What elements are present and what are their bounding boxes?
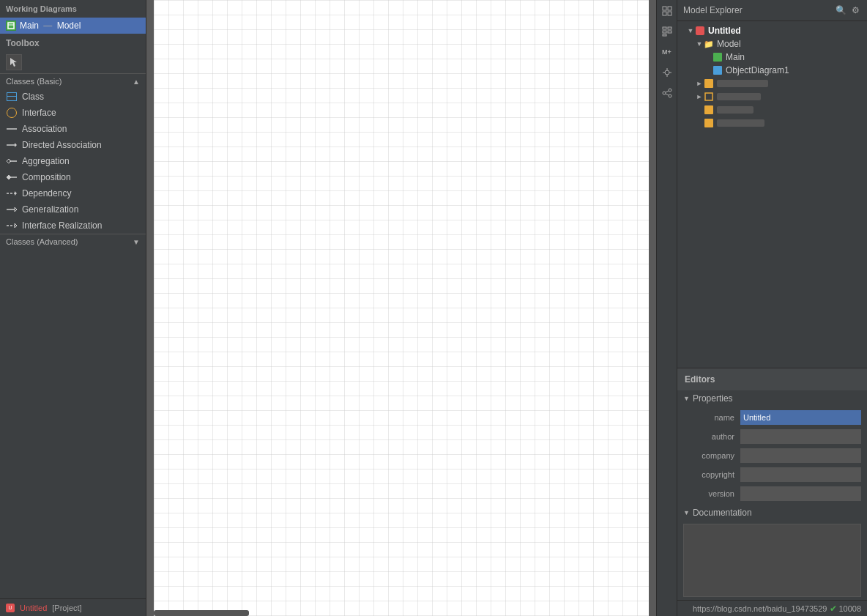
status-bar: https://blog.csdn.net/baidu_19473529 ✔ 1… bbox=[677, 600, 867, 616]
toolbox-item-composition[interactable]: Composition bbox=[0, 169, 146, 185]
tree-arrow-main bbox=[704, 53, 712, 62]
section-label: Classes (Basic) bbox=[6, 77, 62, 86]
share-icon[interactable] bbox=[659, 85, 675, 101]
svg-rect-35 bbox=[705, 93, 712, 100]
tree-item-untitled[interactable]: ▼ Untitled bbox=[677, 24, 867, 37]
blurred-label-4 bbox=[717, 119, 764, 127]
class-label: Class bbox=[22, 92, 44, 102]
blurred-label-3 bbox=[717, 106, 753, 114]
blurred-label-1 bbox=[717, 80, 768, 87]
documentation-header[interactable]: ▼ Documentation bbox=[677, 505, 867, 521]
project-name: Untitled bbox=[20, 604, 47, 612]
untitled-icon bbox=[695, 26, 705, 36]
tree-container: ▼ Untitled ▼ 📁 Model Main bbox=[677, 21, 867, 368]
model-label: Model bbox=[717, 39, 741, 49]
form-row-version: version bbox=[677, 484, 867, 503]
toolbox-item-aggregation[interactable]: Aggregation bbox=[0, 153, 146, 169]
company-label: company bbox=[683, 451, 734, 460]
project-item[interactable]: U Untitled [Project] bbox=[6, 604, 82, 612]
toolbox-item-directed-association[interactable]: Directed Association bbox=[0, 137, 146, 153]
svg-line-33 bbox=[666, 91, 669, 92]
move-icon[interactable] bbox=[659, 64, 675, 81]
toolbox-section: Toolbox Classes (Basic) ▲ Class bbox=[0, 34, 146, 598]
interface-realization-label: Interface Realization bbox=[22, 220, 102, 231]
company-input[interactable] bbox=[740, 448, 861, 463]
svg-point-30 bbox=[669, 89, 671, 92]
properties-header[interactable]: ▼ Properties bbox=[677, 390, 867, 407]
tree-item-blurred-2[interactable]: ► bbox=[677, 90, 867, 103]
bottom-bar: U Untitled [Project] bbox=[0, 598, 146, 616]
blurred-icon-2 bbox=[704, 92, 714, 102]
blurred-icon-4 bbox=[704, 118, 714, 128]
svg-rect-23 bbox=[668, 31, 671, 33]
copyright-label: copyright bbox=[683, 470, 734, 479]
grid-icon[interactable] bbox=[659, 23, 675, 40]
tree-item-model[interactable]: ▼ 📁 Model bbox=[677, 37, 867, 51]
canvas-paper[interactable] bbox=[154, 0, 649, 616]
composition-label: Composition bbox=[22, 172, 71, 182]
svg-marker-2 bbox=[10, 58, 17, 67]
svg-line-34 bbox=[666, 94, 669, 95]
tree-arrow-model: ▼ bbox=[695, 40, 704, 48]
diagram-item-main[interactable]: Main — Model bbox=[0, 18, 146, 34]
copyright-input[interactable] bbox=[740, 467, 861, 482]
author-input[interactable] bbox=[740, 429, 861, 444]
properties-arrow: ▼ bbox=[683, 395, 690, 402]
name-label: name bbox=[683, 413, 734, 422]
right-toolbar: M+ bbox=[656, 0, 677, 616]
horizontal-scrollbar[interactable] bbox=[154, 610, 249, 616]
directed-association-label: Directed Association bbox=[22, 140, 102, 150]
dependency-label: Dependency bbox=[22, 188, 71, 198]
documentation-label: Documentation bbox=[693, 508, 752, 518]
model-explorer-header: Model Explorer 🔍 ⚙ bbox=[677, 0, 867, 21]
svg-rect-0 bbox=[8, 23, 14, 29]
tree-item-objectdiagram[interactable]: ObjectDiagram1 bbox=[677, 64, 867, 77]
author-label: author bbox=[683, 432, 734, 441]
composition-icon bbox=[6, 171, 18, 183]
md-icon[interactable]: M+ bbox=[659, 44, 675, 60]
tree-item-blurred-1[interactable]: ► bbox=[677, 77, 867, 90]
model-explorer-icons: 🔍 ⚙ bbox=[835, 4, 861, 16]
tree-arrow-untitled: ▼ bbox=[686, 26, 695, 35]
toolbox-item-interface[interactable]: Interface bbox=[0, 105, 146, 121]
tree-arrow-b4 bbox=[695, 119, 704, 127]
toolbox-item-association[interactable]: Association bbox=[0, 121, 146, 137]
toolbox-item-generalization[interactable]: Generalization bbox=[0, 201, 146, 218]
section-classes-advanced[interactable]: Classes (Advanced) ▼ bbox=[0, 234, 146, 249]
toolbox-item-interface-realization[interactable]: Interface Realization bbox=[0, 218, 146, 234]
right-panel: Model Explorer 🔍 ⚙ ▼ Untitled ▼ 📁 bbox=[677, 0, 867, 616]
version-label: version bbox=[683, 489, 734, 498]
blurred-icon-1 bbox=[704, 78, 714, 89]
svg-point-25 bbox=[665, 70, 669, 75]
interface-label: Interface bbox=[22, 108, 56, 118]
documentation-area[interactable] bbox=[683, 524, 861, 597]
tree-arrow-b1: ► bbox=[695, 79, 704, 88]
svg-rect-18 bbox=[663, 12, 666, 15]
settings-icon[interactable]: ⚙ bbox=[849, 4, 861, 16]
cursor-tool[interactable] bbox=[6, 54, 22, 70]
blurred-label-2 bbox=[717, 93, 761, 100]
toolbox-label: Toolbox bbox=[0, 34, 146, 51]
status-code: 10008 bbox=[838, 604, 861, 613]
svg-marker-15 bbox=[15, 223, 17, 228]
documentation-arrow: ▼ bbox=[683, 509, 690, 516]
tree-item-blurred-3[interactable] bbox=[677, 103, 867, 116]
toolbox-item-class[interactable]: Class bbox=[0, 89, 146, 105]
project-suffix: [Project] bbox=[52, 604, 81, 612]
toolbox-item-dependency[interactable]: Dependency bbox=[0, 185, 146, 201]
diagram-icon bbox=[6, 21, 16, 31]
version-input[interactable] bbox=[740, 486, 861, 501]
model-folder-icon: 📁 bbox=[704, 39, 714, 49]
puzzle-icon[interactable] bbox=[659, 3, 675, 19]
name-input[interactable] bbox=[740, 410, 861, 425]
search-icon[interactable]: 🔍 bbox=[835, 4, 846, 16]
section-classes-basic[interactable]: Classes (Basic) ▲ bbox=[0, 73, 146, 89]
project-icon: U bbox=[6, 604, 15, 612]
blurred-icon-3 bbox=[704, 105, 714, 115]
tree-item-blurred-4[interactable] bbox=[677, 116, 867, 130]
form-row-copyright: copyright bbox=[677, 465, 867, 484]
generalization-label: Generalization bbox=[22, 204, 78, 215]
association-label: Association bbox=[22, 124, 67, 134]
tree-item-main[interactable]: Main bbox=[677, 51, 867, 64]
canvas-area[interactable] bbox=[146, 0, 656, 616]
